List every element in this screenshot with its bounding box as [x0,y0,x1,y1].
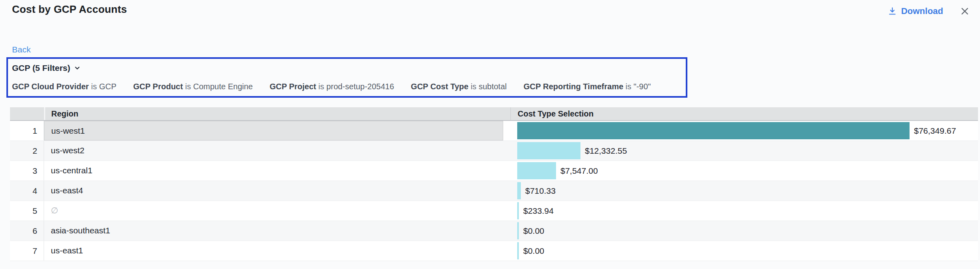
region-cell[interactable]: us-west1 [44,121,503,141]
cost-bar[interactable] [517,202,519,219]
table-row[interactable]: 4 us-east4 $710.33 [10,181,978,201]
row-number: 2 [10,141,44,161]
cost-cell: $710.33 [510,181,978,201]
close-button[interactable] [958,5,971,18]
filter-panel: GCP (5 Filters) GCP Cloud Provider is GC… [6,57,687,98]
filter-chip[interactable]: GCP Reporting Timeframe is "-90" [524,82,651,91]
cost-value-label: $0.00 [523,226,544,236]
cost-value-label: $233.94 [523,206,554,216]
filter-operator: is [91,82,99,91]
cost-cell: $7,547.00 [510,161,978,181]
download-label: Download [901,6,943,16]
row-number: 6 [10,221,44,241]
filter-chip[interactable]: GCP Product is Compute Engine [133,82,253,91]
table-row[interactable]: 6 asia-southeast1 $0.00 [10,221,978,241]
row-number: 5 [10,201,44,221]
cost-value-label: $710.33 [525,186,556,196]
table-body: 1 us-west1 $76,349.67 2 us-west2 $12,332… [10,121,978,261]
filter-field: GCP Reporting Timeframe [524,82,623,91]
filter-value: Compute Engine [193,82,253,91]
filter-field: GCP Project [269,82,316,91]
download-button[interactable]: Download [888,6,943,16]
cost-bar[interactable] [517,242,519,259]
filter-summary-dropdown[interactable]: GCP (5 Filters) [12,63,81,73]
filter-field: GCP Product [133,82,183,91]
filter-summary-label: GCP (5 Filters) [12,63,70,73]
region-cell[interactable]: ∅ [44,201,510,221]
cost-value-label: $76,349.67 [914,126,956,136]
table-row[interactable]: 3 us-central1 $7,547.00 [10,161,978,181]
topbar-actions: Download [888,5,971,18]
table-row[interactable]: 5 ∅ $233.94 [10,201,978,221]
back-link[interactable]: Back [12,45,31,54]
cost-bar[interactable] [517,222,519,239]
filter-chip[interactable]: GCP Project is prod-setup-205416 [269,82,394,91]
cost-cell: $233.94 [510,201,978,221]
cost-value-label: $12,332.55 [585,146,627,156]
cost-cell: $0.00 [510,221,978,241]
filter-operator: is [471,82,479,91]
close-icon [959,6,970,17]
page-title: Cost by GCP Accounts [12,3,127,16]
cost-bar[interactable] [517,142,580,159]
region-cell[interactable]: asia-southeast1 [44,221,510,241]
filter-chip[interactable]: GCP Cost Type is subtotal [411,82,506,91]
cost-table: Region Cost Type Selection 1 us-west1 $7… [10,107,978,261]
row-number: 1 [10,121,44,141]
filter-field: GCP Cost Type [411,82,468,91]
row-number: 3 [10,161,44,181]
region-cell[interactable]: us-west2 [44,141,510,161]
filter-field: GCP Cloud Provider [12,82,89,91]
cost-bar[interactable] [517,122,910,139]
filter-value: prod-setup-205416 [326,82,394,91]
cost-bar[interactable] [517,162,556,179]
region-cell[interactable]: us-east1 [44,241,510,261]
filter-operator: is [318,82,326,91]
region-cell[interactable]: us-east4 [44,181,510,201]
filter-value: subtotal [479,82,507,91]
filter-chip[interactable]: GCP Cloud Provider is GCP [12,82,116,91]
row-number: 4 [10,181,44,201]
region-cell[interactable]: us-central1 [44,161,510,181]
filter-operator: is [626,82,634,91]
column-header-index [10,107,44,120]
filter-operator: is [185,82,193,91]
filter-value: "-90" [634,82,651,91]
cost-cell: $76,349.67 [510,121,978,141]
filter-list: GCP Cloud Provider is GCP GCP Product is… [12,82,682,91]
filter-value: GCP [99,82,116,91]
column-header-region[interactable]: Region [44,107,510,120]
table-row[interactable]: 1 us-west1 $76,349.67 [10,121,978,141]
row-number: 7 [10,241,44,261]
cost-cell: $0.00 [510,241,978,261]
table-row[interactable]: 7 us-east1 $0.00 [10,241,978,261]
column-header-cost-type-selection[interactable]: Cost Type Selection [510,107,978,120]
cost-cell: $12,332.55 [510,141,978,161]
cost-value-label: $0.00 [523,246,544,256]
cost-bar[interactable] [517,182,521,199]
cost-value-label: $7,547.00 [560,166,598,176]
download-icon [888,6,897,16]
table-header-row: Region Cost Type Selection [10,107,978,121]
chevron-down-icon [74,64,81,72]
table-row[interactable]: 2 us-west2 $12,332.55 [10,141,978,161]
